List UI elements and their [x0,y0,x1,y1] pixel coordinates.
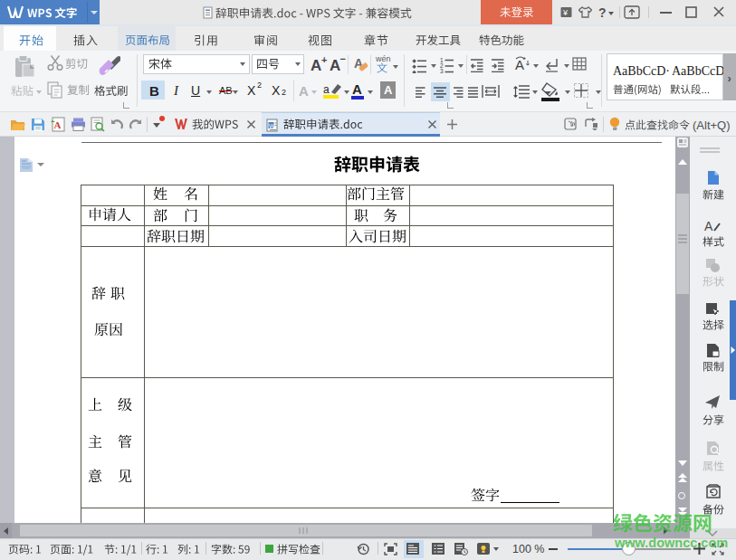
svg-text:3: 3 [440,68,444,73]
svg-text:a: a [323,83,330,96]
svg-text:A: A [704,219,713,233]
svg-text:W: W [269,123,275,129]
svg-text:A: A [515,57,524,72]
svg-text:¥: ¥ [562,8,569,17]
svg-text:A: A [54,119,62,130]
